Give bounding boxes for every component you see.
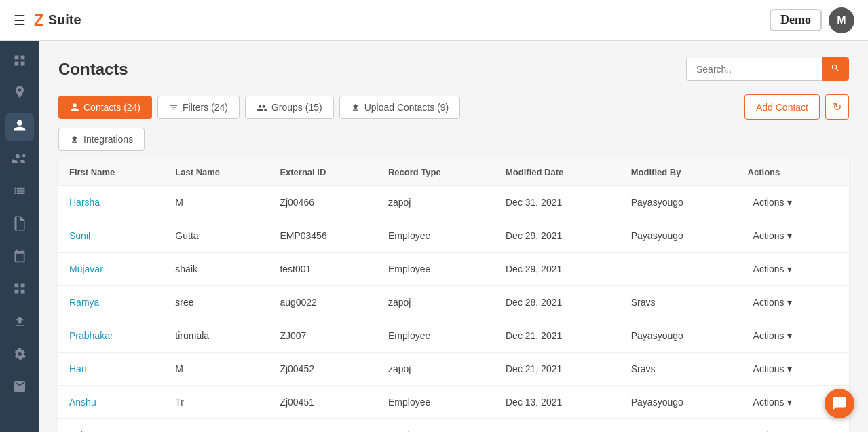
cell-modified-date: Dec 29, 2021 <box>495 219 620 253</box>
actions-button[interactable]: Actions ▾ <box>748 194 797 211</box>
actions-button[interactable]: Actions ▾ <box>748 261 797 277</box>
page-title: Contacts <box>58 60 128 79</box>
cell-first-name: Sai <box>58 419 164 433</box>
sidebar-item-location[interactable] <box>5 80 34 109</box>
col-modified-by: Modified By <box>620 159 737 186</box>
chat-bubble[interactable] <box>825 389 854 418</box>
cell-external-id: Zj00452 <box>269 353 377 386</box>
cell-last-name: sree <box>164 286 269 319</box>
chevron-down-icon: ▾ <box>787 264 792 274</box>
search-button[interactable] <box>822 57 849 81</box>
cell-modified-date: Dec 21, 2021 <box>495 353 620 386</box>
sidebar-item-calendar[interactable] <box>5 243 34 272</box>
sidebar-item-lists[interactable] <box>5 178 34 206</box>
cell-external-id: zap0022 <box>269 419 377 433</box>
cell-record-type: zapoj <box>377 353 495 386</box>
cell-modified-by: Sravs <box>620 286 737 319</box>
cell-record-type: Employee <box>377 319 495 353</box>
actions-button[interactable]: Actions ▾ <box>748 394 797 410</box>
table-row: AnshuTrZj00451EmployeeDec 13, 2021Payasy… <box>58 386 849 419</box>
contact-link[interactable]: Anshu <box>69 397 96 408</box>
integrations-button[interactable]: Integrations <box>58 128 145 151</box>
add-contact-button[interactable]: Add Contact <box>744 94 820 120</box>
chevron-down-icon: ▾ <box>787 230 792 241</box>
cell-record-type: Employee <box>377 386 495 419</box>
logo-text: Suite <box>48 12 81 28</box>
cell-first-name: Anshu <box>58 386 164 419</box>
search-bar <box>686 57 849 81</box>
groups-label: Groups (15) <box>271 102 322 113</box>
main-content: Contacts Contacts (24) Filters (24) Grou… <box>39 41 868 432</box>
contact-link[interactable]: Ramya <box>69 297 99 308</box>
cell-modified-by: Payasyougo <box>620 219 737 253</box>
cell-modified-by: Payasyougo <box>620 319 737 353</box>
table-row: SunilGuttaEMP03456EmployeeDec 29, 2021Pa… <box>58 219 849 253</box>
topbar-left: ☰ Z Suite <box>14 11 81 30</box>
table-row: HarshaMZj00466zapojDec 31, 2021Payasyoug… <box>58 186 849 219</box>
refresh-button[interactable]: ↻ <box>825 94 849 120</box>
sidebar-item-email[interactable] <box>5 374 34 402</box>
groups-button[interactable]: Groups (15) <box>245 96 334 119</box>
sidebar-item-upload[interactable] <box>5 308 34 337</box>
cell-modified-by <box>620 253 737 286</box>
cell-first-name: Harsha <box>58 186 164 219</box>
cell-modified-date: Dec 10, 2021 <box>495 419 620 433</box>
cell-modified-date: Dec 31, 2021 <box>495 186 620 219</box>
actions-button[interactable]: Actions ▾ <box>748 361 797 377</box>
integrations-row: Integrations <box>58 128 849 151</box>
settings-icon <box>13 347 26 364</box>
groups-icon <box>12 151 27 168</box>
contact-link[interactable]: Prabhakar <box>69 330 113 341</box>
cell-last-name: tirumala <box>164 319 269 353</box>
lists-icon <box>13 184 26 201</box>
logo: Z Suite <box>34 11 81 30</box>
cell-external-id: ZJ007 <box>269 319 377 353</box>
sidebar-item-dashboard[interactable] <box>5 48 34 76</box>
cell-modified-date: Dec 21, 2021 <box>495 319 620 353</box>
topbar: ☰ Z Suite Demo M <box>0 0 868 41</box>
cell-modified-date: Dec 13, 2021 <box>495 386 620 419</box>
contact-link[interactable]: Hari <box>69 363 87 374</box>
sidebar-item-documents[interactable] <box>5 211 34 239</box>
sidebar-item-contacts[interactable] <box>5 113 34 141</box>
col-record-type: Record Type <box>377 159 495 186</box>
contact-link[interactable]: Mujavar <box>69 264 103 274</box>
upload-button[interactable]: Upload Contacts (9) <box>339 96 461 119</box>
actions-button[interactable]: Actions ▾ <box>748 294 797 310</box>
cell-last-name: M <box>164 186 269 219</box>
demo-badge: Demo <box>770 9 822 31</box>
contacts-tab-button[interactable]: Contacts (24) <box>58 96 152 119</box>
chevron-down-icon: ▾ <box>787 197 792 208</box>
cell-modified-by: Payasyougo <box>620 419 737 433</box>
sidebar-item-groups[interactable] <box>5 145 34 174</box>
col-actions: Actions <box>737 159 849 186</box>
cell-first-name: Sunil <box>58 219 164 253</box>
contact-link[interactable]: Sunil <box>69 230 90 241</box>
filters-button[interactable]: Filters (24) <box>157 96 240 119</box>
cell-record-type: Employee <box>377 219 495 253</box>
cell-last-name: saranya <box>164 419 269 433</box>
avatar[interactable]: M <box>829 7 854 33</box>
sidebar-item-settings[interactable] <box>5 341 34 370</box>
chevron-down-icon: ▾ <box>787 397 792 408</box>
chevron-down-icon: ▾ <box>787 297 792 308</box>
svg-rect-1 <box>21 55 25 59</box>
contacts-table: First Name Last Name External ID Record … <box>58 159 849 432</box>
upload-icon <box>13 314 26 331</box>
contact-link[interactable]: Harsha <box>69 197 100 208</box>
cell-actions: Actions ▾ <box>737 219 849 253</box>
sidebar-item-apps[interactable] <box>5 276 34 304</box>
cell-first-name: Mujavar <box>58 253 164 286</box>
actions-button[interactable]: Actions ▾ <box>748 427 797 432</box>
menu-icon[interactable]: ☰ <box>14 12 26 29</box>
actions-button[interactable]: Actions ▾ <box>748 327 797 344</box>
search-input[interactable] <box>686 58 822 81</box>
dashboard-icon <box>13 54 26 71</box>
topbar-right: Demo M <box>770 7 854 33</box>
actions-button[interactable]: Actions ▾ <box>748 228 797 244</box>
logo-z-icon: Z <box>34 11 44 30</box>
integrations-label: Integrations <box>83 134 133 145</box>
col-modified-date: Modified Date <box>495 159 620 186</box>
cell-external-id: Zj00451 <box>269 386 377 419</box>
page-header: Contacts <box>58 57 849 81</box>
